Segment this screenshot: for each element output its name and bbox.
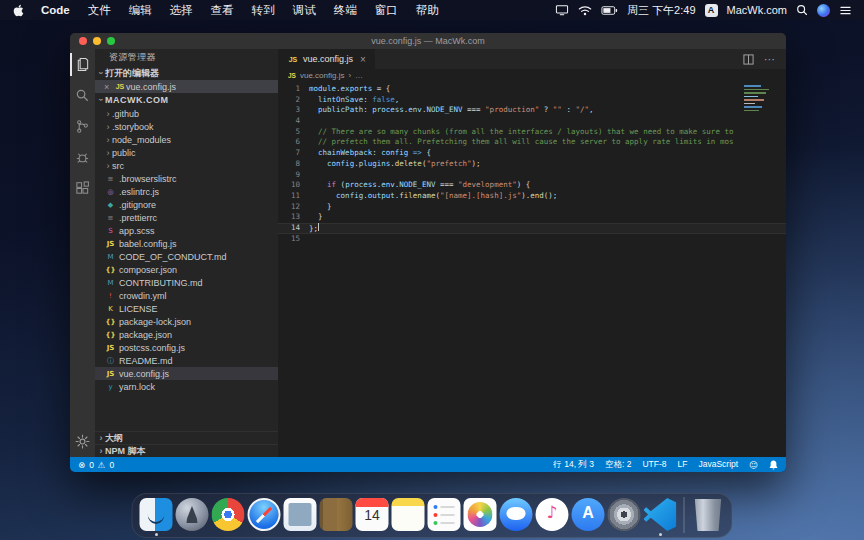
split-editor-icon[interactable] <box>743 54 754 65</box>
debug-icon[interactable] <box>70 142 95 173</box>
menubar-account[interactable]: MacWk.com <box>727 4 788 16</box>
search-icon[interactable] <box>796 4 808 16</box>
wifi-icon[interactable] <box>578 5 592 16</box>
warning-icon: ⚠ <box>98 460 106 470</box>
app-menu-title[interactable]: Code <box>32 4 79 16</box>
menubar-menus: 文件编辑选择查看转到调试终端窗口帮助 <box>79 3 448 18</box>
source-control-icon[interactable] <box>70 111 95 142</box>
open-editors-header[interactable]: › 打开的编辑器 <box>95 66 278 80</box>
feedback-smiley-icon[interactable]: ☺ <box>749 460 758 470</box>
battery-icon[interactable] <box>601 5 618 16</box>
file-name: .storybook <box>112 122 154 132</box>
npm-scripts-section[interactable]: › NPM 脚本 <box>95 444 278 457</box>
code-area[interactable]: 1module.exports = {2 lintOnSave: false,3… <box>278 81 786 457</box>
breadcrumb-more[interactable]: … <box>355 71 363 80</box>
tree-file-composer.json[interactable]: {}composer.json <box>95 263 278 276</box>
problems-indicator[interactable]: ⊗ 0 ⚠ 0 <box>78 460 114 470</box>
tree-file-.gitignore[interactable]: ◆.gitignore <box>95 198 278 211</box>
display-icon[interactable] <box>555 4 569 16</box>
tree-folder-.github[interactable]: ›.github <box>95 107 278 120</box>
dock-item-appstore[interactable] <box>572 498 605 531</box>
status-language-mode[interactable]: JavaScript <box>698 459 738 471</box>
breadcrumb[interactable]: JS vue.config.js › … <box>278 69 786 81</box>
line-number: 8 <box>278 159 300 170</box>
menu-item-终端[interactable]: 终端 <box>325 3 366 18</box>
dock-item-mail[interactable] <box>284 498 317 531</box>
notifications-bell-icon[interactable] <box>769 460 778 470</box>
tree-file-package.json[interactable]: {}package.json <box>95 328 278 341</box>
file-type-icon: ≡ <box>104 175 117 183</box>
dock-item-finder[interactable] <box>140 498 173 531</box>
menu-item-调试[interactable]: 调试 <box>284 3 325 18</box>
dock-item-itunes[interactable] <box>536 498 569 531</box>
menu-item-窗口[interactable]: 窗口 <box>366 3 407 18</box>
tree-file-vue.config.js[interactable]: JSvue.config.js <box>95 367 278 380</box>
open-editor-item-vue-config[interactable]: × JS vue.config.js <box>95 80 278 93</box>
dock-item-reminders[interactable] <box>428 498 461 531</box>
close-editor-icon[interactable]: × <box>104 82 114 92</box>
sidebar-title: 资源管理器 <box>95 49 278 66</box>
tree-folder-node_modules[interactable]: ›node_modules <box>95 133 278 146</box>
dock-item-trash[interactable] <box>692 498 725 531</box>
tree-file-CONTRIBUTING.md[interactable]: MCONTRIBUTING.md <box>95 276 278 289</box>
menu-item-查看[interactable]: 查看 <box>202 3 243 18</box>
tree-file-crowdin.yml[interactable]: !crowdin.yml <box>95 289 278 302</box>
tree-file-yarn.lock[interactable]: yyarn.lock <box>95 380 278 393</box>
tree-file-README.md[interactable]: ⓘREADME.md <box>95 354 278 367</box>
dock-item-contacts[interactable] <box>320 498 353 531</box>
tree-file-LICENSE[interactable]: KLICENSE <box>95 302 278 315</box>
menu-item-选择[interactable]: 选择 <box>161 3 202 18</box>
dock-item-photos[interactable] <box>464 498 497 531</box>
settings-gear-icon[interactable] <box>70 426 95 457</box>
tree-file-postcss.config.js[interactable]: JSpostcss.config.js <box>95 341 278 354</box>
dock-item-system-preferences[interactable] <box>608 498 641 531</box>
menubar-clock[interactable]: 周三 下午2:49 <box>627 3 695 18</box>
tree-file-.eslintrc.js[interactable]: ◎.eslintrc.js <box>95 185 278 198</box>
outline-section[interactable]: › 大纲 <box>95 431 278 444</box>
status-cursor-position[interactable]: 行 14, 列 3 <box>553 459 594 471</box>
tree-file-package-lock.json[interactable]: {}package-lock.json <box>95 315 278 328</box>
menu-item-编辑[interactable]: 编辑 <box>120 3 161 18</box>
line-number: 3 <box>278 105 300 116</box>
more-actions-icon[interactable]: ⋯ <box>764 53 776 66</box>
tree-folder-.storybook[interactable]: ›.storybook <box>95 120 278 133</box>
tree-file-app.scss[interactable]: Sapp.scss <box>95 224 278 237</box>
dock-item-chrome[interactable] <box>212 498 245 531</box>
file-type-icon: y <box>104 383 117 391</box>
file-name: .browserslistrc <box>119 174 177 184</box>
tab-vue-config[interactable]: JS vue.config.js × <box>278 49 375 69</box>
tree-file-.browserslistrc[interactable]: ≡.browserslistrc <box>95 172 278 185</box>
dock-item-notes[interactable] <box>392 498 425 531</box>
tree-file-CODE_OF_CONDUCT.md[interactable]: MCODE_OF_CONDUCT.md <box>95 250 278 263</box>
menu-item-文件[interactable]: 文件 <box>79 3 120 18</box>
tab-close-icon[interactable]: × <box>360 54 366 65</box>
input-source-badge[interactable]: A <box>705 4 718 17</box>
extensions-icon[interactable] <box>70 173 95 204</box>
file-name: LICENSE <box>119 304 158 314</box>
apple-menu[interactable] <box>13 4 24 17</box>
siri-icon[interactable] <box>817 4 830 17</box>
dock-item-launchpad[interactable] <box>176 498 209 531</box>
tree-folder-public[interactable]: ›public <box>95 146 278 159</box>
menu-item-帮助[interactable]: 帮助 <box>407 3 448 18</box>
tree-folder-src[interactable]: ›src <box>95 159 278 172</box>
file-name: src <box>112 161 124 171</box>
project-root-header[interactable]: › MACWK.COM <box>95 93 278 107</box>
tree-file-.prettierrc[interactable]: ≡.prettierrc <box>95 211 278 224</box>
notification-list-icon[interactable] <box>839 5 852 16</box>
dock-item-calendar[interactable]: 14 <box>356 498 389 531</box>
minimap[interactable] <box>744 83 772 115</box>
line-number: 12 <box>278 202 300 213</box>
status-encoding[interactable]: UTF-8 <box>642 459 666 471</box>
status-indent-setting[interactable]: 空格: 2 <box>605 459 631 471</box>
status-eol-sequence[interactable]: LF <box>678 459 688 471</box>
dock-item-safari[interactable] <box>248 498 281 531</box>
menu-item-转到[interactable]: 转到 <box>243 3 284 18</box>
window-titlebar[interactable]: vue.config.js — MacWk.com <box>70 33 786 49</box>
dock-item-vscode[interactable] <box>644 498 677 531</box>
explorer-icon[interactable] <box>70 49 95 80</box>
tree-file-babel.config.js[interactable]: JSbabel.config.js <box>95 237 278 250</box>
search-sidebar-icon[interactable] <box>70 80 95 111</box>
file-type-icon: ◆ <box>104 201 117 209</box>
dock-item-messages[interactable] <box>500 498 533 531</box>
